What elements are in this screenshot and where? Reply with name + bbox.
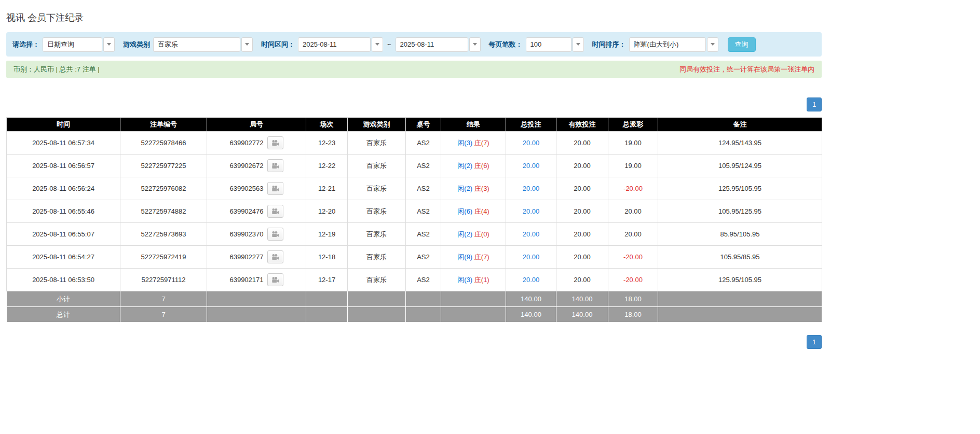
video-camera-icon [271,231,279,238]
sort-order-dropdown-button[interactable] [707,37,718,52]
total-bet-link[interactable]: 20.00 [523,139,540,147]
total-bet-link[interactable]: 20.00 [523,276,540,284]
total-bet-link[interactable]: 20.00 [523,230,540,238]
game-type-combo [153,37,253,52]
payout-cell: 19.00 [608,155,658,177]
banker-result: 庄(7) [474,139,489,147]
total-total-bet: 140.00 [506,307,556,323]
query-type-dropdown-button[interactable] [103,37,115,52]
page-button[interactable]: 1 [807,335,822,349]
footer-empty-cell [658,291,822,307]
date-range-separator: ~ [387,40,391,48]
query-type-label: 请选择： [12,40,39,49]
page-size-dropdown-button[interactable] [573,37,584,52]
search-button[interactable]: 查询 [728,37,756,52]
video-camera-icon [271,276,279,284]
round-cell: 639902171 [207,269,306,291]
total-bet-link[interactable]: 20.00 [523,253,540,261]
game-type-cell: 百家乐 [348,177,406,200]
video-camera-icon [271,185,279,192]
video-replay-button[interactable] [267,205,283,218]
date-to-dropdown-button[interactable] [469,37,481,52]
video-replay-button[interactable] [267,159,283,172]
result-cell: 闲(2) 庄(6) [441,155,506,177]
page-button[interactable]: 1 [807,97,822,111]
caret-down-icon [375,43,379,46]
bet-id-cell: 522725976082 [120,177,207,200]
total-bet-link[interactable]: 20.00 [523,207,540,215]
table-row: 2025-08-11 06:55:07522725973693639902370… [7,223,822,246]
total-bet-link[interactable]: 20.00 [523,185,540,192]
result-cell: 闲(2) 庄(3) [441,177,506,200]
subtotal-count: 7 [120,291,207,307]
caret-down-icon [576,43,580,46]
footer-empty-cell [658,307,822,323]
game-type-input[interactable] [153,37,240,52]
table-header: 时间 注单编号 局号 场次 游戏类别 桌号 结果 总投注 有效投注 总派彩 备注 [7,118,822,132]
time-range-label: 时间区间： [261,40,295,49]
query-type-combo [43,37,115,52]
game-type-cell: 百家乐 [348,200,406,223]
subtotal-label: 小计 [7,291,120,307]
footer-empty-cell [207,291,306,307]
video-replay-button[interactable] [267,273,283,286]
footer-empty-cell [406,307,441,323]
video-replay-button[interactable] [267,250,283,263]
date-from-dropdown-button[interactable] [372,37,383,52]
footer-empty-cell [406,291,441,307]
payout-cell: -20.00 [608,269,658,291]
video-replay-button[interactable] [267,136,283,149]
video-camera-icon [271,208,279,215]
header-bet-id: 注单编号 [120,118,207,132]
sort-order-input[interactable] [629,37,706,52]
time-cell: 2025-08-11 06:54:27 [7,246,120,269]
sort-order-label: 时间排序： [592,40,626,49]
query-type-input[interactable] [43,37,102,52]
footer-empty-cell [441,291,506,307]
banker-result: 庄(0) [474,230,489,238]
banker-result: 庄(4) [474,207,489,215]
table-row: 2025-08-11 06:54:27522725972419639902277… [7,246,822,269]
date-to-input[interactable] [396,37,468,52]
warning-note: 同局有效投注，统一计算在该局第一张注单内 [679,65,814,74]
session-cell: 12-21 [306,177,348,200]
result-cell: 闲(3) 庄(7) [441,132,506,155]
table-no-cell: AS2 [406,246,441,269]
note-cell: 124.95/143.95 [658,132,822,155]
result-cell: 闲(6) 庄(4) [441,200,506,223]
table-body: 2025-08-11 06:57:34522725978466639902772… [7,132,822,291]
total-bet-link[interactable]: 20.00 [523,162,540,170]
filter-bar: 请选择： 游戏类别 时间区间： ~ 每页笔数： [6,32,822,57]
time-cell: 2025-08-11 06:56:24 [7,177,120,200]
caret-down-icon [711,43,715,46]
note-cell: 125.95/105.95 [658,269,822,291]
video-replay-button[interactable] [267,182,283,195]
session-cell: 12-22 [306,155,348,177]
video-replay-button[interactable] [267,228,283,241]
note-cell: 105.95/125.95 [658,200,822,223]
header-total-bet: 总投注 [506,118,556,132]
player-result: 闲(2) [457,162,472,170]
payout-cell: -20.00 [608,246,658,269]
valid-bet-cell: 20.00 [556,246,608,269]
game-type-dropdown-button[interactable] [241,37,253,52]
round-number: 639902772 [229,139,263,147]
sort-order-combo [629,37,718,52]
currency-summary: 币别：人民币 | 总共 :7 注单 | [13,65,100,74]
round-number: 639902476 [229,207,263,215]
table-footer: 小计 7 140.00 140.00 18.00 总计 7 [7,291,822,323]
video-camera-icon [271,254,279,261]
footer-empty-cell [306,291,348,307]
banker-result: 庄(7) [474,253,489,261]
date-from-input[interactable] [298,37,371,52]
game-type-cell: 百家乐 [348,223,406,246]
page-size-input[interactable] [526,37,571,52]
player-result: 闲(2) [457,230,472,238]
table-no-cell: AS2 [406,200,441,223]
table-row: 2025-08-11 06:55:46522725974882639902476… [7,200,822,223]
bet-id-cell: 522725971112 [120,269,207,291]
session-cell: 12-17 [306,269,348,291]
total-bet-cell: 20.00 [506,200,556,223]
total-bet-cell: 20.00 [506,132,556,155]
table-row: 2025-08-11 06:56:57522725977225639902672… [7,155,822,177]
